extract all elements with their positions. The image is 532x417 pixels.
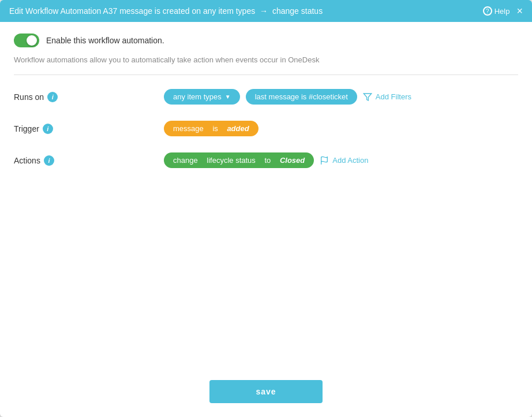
trigger-label: Trigger <box>14 124 39 133</box>
actions-info-icon[interactable]: i <box>44 155 54 166</box>
add-filters-button[interactable]: Add Filters <box>363 92 411 102</box>
runs-on-row: Runs on i any item types ▼ last message … <box>14 89 518 105</box>
action-pill-change: change <box>173 156 198 165</box>
filter-icon <box>363 92 372 102</box>
runs-on-content: any item types ▼ last message is #closet… <box>164 89 518 105</box>
modal-header: Edit Workflow Automation A37 message is … <box>0 0 532 22</box>
actions-label-group: Actions i <box>14 155 72 166</box>
help-button[interactable]: ? Help <box>483 6 510 16</box>
trigger-pill[interactable]: message is added <box>164 121 258 136</box>
action-pill-closed: Closed <box>280 156 305 165</box>
trigger-pill-is: is <box>212 124 218 133</box>
actions-row: Actions i change lifecycle status to Clo… <box>14 152 518 168</box>
filter-pill[interactable]: last message is #closeticket <box>246 89 357 105</box>
trigger-row: Trigger i message is added <box>14 121 518 136</box>
filter-pill-label: last message is #closeticket <box>255 92 348 101</box>
add-action-label: Add Action <box>332 156 368 165</box>
divider <box>14 75 518 75</box>
save-button[interactable]: save <box>209 380 322 403</box>
runs-on-label-group: Runs on i <box>14 92 72 102</box>
item-types-label: any item types <box>173 92 222 101</box>
enable-toggle[interactable] <box>14 33 39 47</box>
trigger-content: message is added <box>164 121 518 136</box>
flag-icon <box>320 156 329 165</box>
close-button[interactable]: × <box>516 6 523 16</box>
workflow-automation-modal: Edit Workflow Automation A37 message is … <box>0 0 532 417</box>
trigger-pill-added: added <box>227 124 249 133</box>
enable-row: Enable this workflow automation. <box>14 33 518 47</box>
runs-on-info-icon[interactable]: i <box>47 92 58 102</box>
help-icon: ? <box>483 6 492 16</box>
trigger-label-group: Trigger i <box>14 124 72 134</box>
subtitle-text: Workflow automations allow you to automa… <box>14 55 518 64</box>
modal-title-suffix: change status <box>272 6 323 16</box>
add-action-button[interactable]: Add Action <box>320 156 368 165</box>
svg-marker-0 <box>364 94 371 100</box>
modal-title-arrow: → <box>260 6 268 16</box>
runs-on-label: Runs on <box>14 92 44 102</box>
trigger-pill-message: message <box>173 124 204 133</box>
modal-body: Enable this workflow automation. Workflo… <box>0 22 532 371</box>
modal-footer: save <box>0 371 532 417</box>
help-label: Help <box>494 7 510 16</box>
toggle-track <box>14 33 39 47</box>
toggle-thumb <box>27 35 37 46</box>
modal-title-text: Edit Workflow Automation A37 message is … <box>9 6 255 16</box>
trigger-info-icon[interactable]: i <box>43 124 53 134</box>
action-pill[interactable]: change lifecycle status to Closed <box>164 152 314 168</box>
actions-content: change lifecycle status to Closed Add Ac… <box>164 152 518 168</box>
dropdown-arrow-icon: ▼ <box>225 94 231 100</box>
action-pill-lifecycle: lifecycle status <box>207 156 256 165</box>
actions-label: Actions <box>14 156 40 165</box>
enable-label: Enable this workflow automation. <box>46 36 164 45</box>
action-pill-to: to <box>264 156 271 165</box>
add-filters-label: Add Filters <box>376 92 411 101</box>
modal-header-actions: ? Help × <box>483 6 523 16</box>
modal-title: Edit Workflow Automation A37 message is … <box>9 6 323 16</box>
item-types-button[interactable]: any item types ▼ <box>164 89 240 105</box>
